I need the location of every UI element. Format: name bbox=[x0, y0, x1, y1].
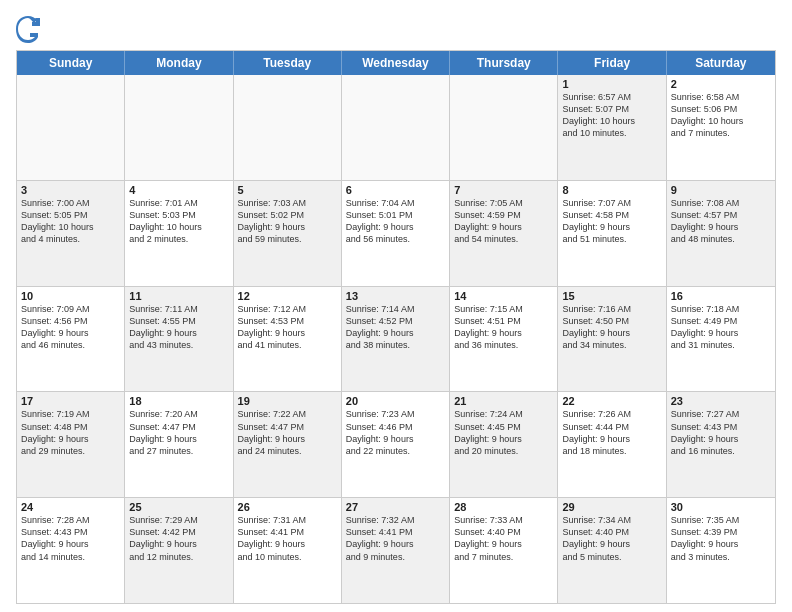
logo-icon bbox=[16, 16, 40, 44]
weekday-header: Wednesday bbox=[342, 51, 450, 75]
logo bbox=[16, 16, 44, 44]
day-number: 10 bbox=[21, 290, 120, 302]
day-number: 30 bbox=[671, 501, 771, 513]
calendar-cell: 30Sunrise: 7:35 AM Sunset: 4:39 PM Dayli… bbox=[667, 498, 775, 603]
day-number: 3 bbox=[21, 184, 120, 196]
calendar-body: 1Sunrise: 6:57 AM Sunset: 5:07 PM Daylig… bbox=[17, 75, 775, 603]
cell-daylight-info: Sunrise: 7:29 AM Sunset: 4:42 PM Dayligh… bbox=[129, 514, 228, 563]
day-number: 16 bbox=[671, 290, 771, 302]
cell-daylight-info: Sunrise: 7:09 AM Sunset: 4:56 PM Dayligh… bbox=[21, 303, 120, 352]
day-number: 23 bbox=[671, 395, 771, 407]
calendar-cell: 8Sunrise: 7:07 AM Sunset: 4:58 PM Daylig… bbox=[558, 181, 666, 286]
cell-daylight-info: Sunrise: 7:22 AM Sunset: 4:47 PM Dayligh… bbox=[238, 408, 337, 457]
calendar-cell: 27Sunrise: 7:32 AM Sunset: 4:41 PM Dayli… bbox=[342, 498, 450, 603]
header bbox=[16, 12, 776, 44]
calendar-row: 24Sunrise: 7:28 AM Sunset: 4:43 PM Dayli… bbox=[17, 498, 775, 603]
weekday-header: Saturday bbox=[667, 51, 775, 75]
calendar-cell: 29Sunrise: 7:34 AM Sunset: 4:40 PM Dayli… bbox=[558, 498, 666, 603]
weekday-header: Sunday bbox=[17, 51, 125, 75]
calendar-row: 1Sunrise: 6:57 AM Sunset: 5:07 PM Daylig… bbox=[17, 75, 775, 181]
calendar-cell: 6Sunrise: 7:04 AM Sunset: 5:01 PM Daylig… bbox=[342, 181, 450, 286]
calendar-cell: 2Sunrise: 6:58 AM Sunset: 5:06 PM Daylig… bbox=[667, 75, 775, 180]
calendar-cell: 18Sunrise: 7:20 AM Sunset: 4:47 PM Dayli… bbox=[125, 392, 233, 497]
cell-daylight-info: Sunrise: 7:03 AM Sunset: 5:02 PM Dayligh… bbox=[238, 197, 337, 246]
day-number: 26 bbox=[238, 501, 337, 513]
day-number: 6 bbox=[346, 184, 445, 196]
calendar-cell: 24Sunrise: 7:28 AM Sunset: 4:43 PM Dayli… bbox=[17, 498, 125, 603]
day-number: 11 bbox=[129, 290, 228, 302]
day-number: 18 bbox=[129, 395, 228, 407]
day-number: 1 bbox=[562, 78, 661, 90]
calendar-cell: 16Sunrise: 7:18 AM Sunset: 4:49 PM Dayli… bbox=[667, 287, 775, 392]
cell-daylight-info: Sunrise: 7:16 AM Sunset: 4:50 PM Dayligh… bbox=[562, 303, 661, 352]
cell-daylight-info: Sunrise: 7:26 AM Sunset: 4:44 PM Dayligh… bbox=[562, 408, 661, 457]
cell-daylight-info: Sunrise: 7:35 AM Sunset: 4:39 PM Dayligh… bbox=[671, 514, 771, 563]
cell-daylight-info: Sunrise: 7:23 AM Sunset: 4:46 PM Dayligh… bbox=[346, 408, 445, 457]
calendar-cell: 23Sunrise: 7:27 AM Sunset: 4:43 PM Dayli… bbox=[667, 392, 775, 497]
cell-daylight-info: Sunrise: 7:27 AM Sunset: 4:43 PM Dayligh… bbox=[671, 408, 771, 457]
calendar-cell: 26Sunrise: 7:31 AM Sunset: 4:41 PM Dayli… bbox=[234, 498, 342, 603]
cell-daylight-info: Sunrise: 7:20 AM Sunset: 4:47 PM Dayligh… bbox=[129, 408, 228, 457]
cell-daylight-info: Sunrise: 7:31 AM Sunset: 4:41 PM Dayligh… bbox=[238, 514, 337, 563]
calendar-cell bbox=[450, 75, 558, 180]
calendar-cell: 3Sunrise: 7:00 AM Sunset: 5:05 PM Daylig… bbox=[17, 181, 125, 286]
day-number: 22 bbox=[562, 395, 661, 407]
calendar-cell: 21Sunrise: 7:24 AM Sunset: 4:45 PM Dayli… bbox=[450, 392, 558, 497]
day-number: 24 bbox=[21, 501, 120, 513]
cell-daylight-info: Sunrise: 7:18 AM Sunset: 4:49 PM Dayligh… bbox=[671, 303, 771, 352]
day-number: 27 bbox=[346, 501, 445, 513]
day-number: 28 bbox=[454, 501, 553, 513]
calendar-cell: 25Sunrise: 7:29 AM Sunset: 4:42 PM Dayli… bbox=[125, 498, 233, 603]
weekday-header: Monday bbox=[125, 51, 233, 75]
calendar-cell bbox=[342, 75, 450, 180]
day-number: 4 bbox=[129, 184, 228, 196]
calendar-cell: 9Sunrise: 7:08 AM Sunset: 4:57 PM Daylig… bbox=[667, 181, 775, 286]
cell-daylight-info: Sunrise: 6:57 AM Sunset: 5:07 PM Dayligh… bbox=[562, 91, 661, 140]
cell-daylight-info: Sunrise: 7:12 AM Sunset: 4:53 PM Dayligh… bbox=[238, 303, 337, 352]
day-number: 2 bbox=[671, 78, 771, 90]
cell-daylight-info: Sunrise: 7:00 AM Sunset: 5:05 PM Dayligh… bbox=[21, 197, 120, 246]
weekday-header: Tuesday bbox=[234, 51, 342, 75]
calendar-cell: 1Sunrise: 6:57 AM Sunset: 5:07 PM Daylig… bbox=[558, 75, 666, 180]
calendar-cell: 22Sunrise: 7:26 AM Sunset: 4:44 PM Dayli… bbox=[558, 392, 666, 497]
calendar-cell: 17Sunrise: 7:19 AM Sunset: 4:48 PM Dayli… bbox=[17, 392, 125, 497]
cell-daylight-info: Sunrise: 7:33 AM Sunset: 4:40 PM Dayligh… bbox=[454, 514, 553, 563]
calendar-cell bbox=[125, 75, 233, 180]
calendar-row: 17Sunrise: 7:19 AM Sunset: 4:48 PM Dayli… bbox=[17, 392, 775, 498]
cell-daylight-info: Sunrise: 7:24 AM Sunset: 4:45 PM Dayligh… bbox=[454, 408, 553, 457]
cell-daylight-info: Sunrise: 7:14 AM Sunset: 4:52 PM Dayligh… bbox=[346, 303, 445, 352]
day-number: 13 bbox=[346, 290, 445, 302]
calendar-cell: 10Sunrise: 7:09 AM Sunset: 4:56 PM Dayli… bbox=[17, 287, 125, 392]
calendar-cell bbox=[234, 75, 342, 180]
calendar-row: 3Sunrise: 7:00 AM Sunset: 5:05 PM Daylig… bbox=[17, 181, 775, 287]
cell-daylight-info: Sunrise: 7:32 AM Sunset: 4:41 PM Dayligh… bbox=[346, 514, 445, 563]
day-number: 5 bbox=[238, 184, 337, 196]
calendar: SundayMondayTuesdayWednesdayThursdayFrid… bbox=[16, 50, 776, 604]
calendar-cell: 15Sunrise: 7:16 AM Sunset: 4:50 PM Dayli… bbox=[558, 287, 666, 392]
day-number: 19 bbox=[238, 395, 337, 407]
cell-daylight-info: Sunrise: 6:58 AM Sunset: 5:06 PM Dayligh… bbox=[671, 91, 771, 140]
calendar-cell: 20Sunrise: 7:23 AM Sunset: 4:46 PM Dayli… bbox=[342, 392, 450, 497]
cell-daylight-info: Sunrise: 7:28 AM Sunset: 4:43 PM Dayligh… bbox=[21, 514, 120, 563]
calendar-cell: 28Sunrise: 7:33 AM Sunset: 4:40 PM Dayli… bbox=[450, 498, 558, 603]
cell-daylight-info: Sunrise: 7:08 AM Sunset: 4:57 PM Dayligh… bbox=[671, 197, 771, 246]
day-number: 12 bbox=[238, 290, 337, 302]
calendar-cell: 14Sunrise: 7:15 AM Sunset: 4:51 PM Dayli… bbox=[450, 287, 558, 392]
day-number: 21 bbox=[454, 395, 553, 407]
calendar-cell: 13Sunrise: 7:14 AM Sunset: 4:52 PM Dayli… bbox=[342, 287, 450, 392]
cell-daylight-info: Sunrise: 7:15 AM Sunset: 4:51 PM Dayligh… bbox=[454, 303, 553, 352]
cell-daylight-info: Sunrise: 7:04 AM Sunset: 5:01 PM Dayligh… bbox=[346, 197, 445, 246]
cell-daylight-info: Sunrise: 7:05 AM Sunset: 4:59 PM Dayligh… bbox=[454, 197, 553, 246]
calendar-row: 10Sunrise: 7:09 AM Sunset: 4:56 PM Dayli… bbox=[17, 287, 775, 393]
cell-daylight-info: Sunrise: 7:07 AM Sunset: 4:58 PM Dayligh… bbox=[562, 197, 661, 246]
cell-daylight-info: Sunrise: 7:01 AM Sunset: 5:03 PM Dayligh… bbox=[129, 197, 228, 246]
page: SundayMondayTuesdayWednesdayThursdayFrid… bbox=[0, 0, 792, 612]
calendar-cell: 11Sunrise: 7:11 AM Sunset: 4:55 PM Dayli… bbox=[125, 287, 233, 392]
calendar-cell bbox=[17, 75, 125, 180]
calendar-cell: 4Sunrise: 7:01 AM Sunset: 5:03 PM Daylig… bbox=[125, 181, 233, 286]
day-number: 15 bbox=[562, 290, 661, 302]
calendar-cell: 5Sunrise: 7:03 AM Sunset: 5:02 PM Daylig… bbox=[234, 181, 342, 286]
cell-daylight-info: Sunrise: 7:19 AM Sunset: 4:48 PM Dayligh… bbox=[21, 408, 120, 457]
day-number: 25 bbox=[129, 501, 228, 513]
cell-daylight-info: Sunrise: 7:11 AM Sunset: 4:55 PM Dayligh… bbox=[129, 303, 228, 352]
